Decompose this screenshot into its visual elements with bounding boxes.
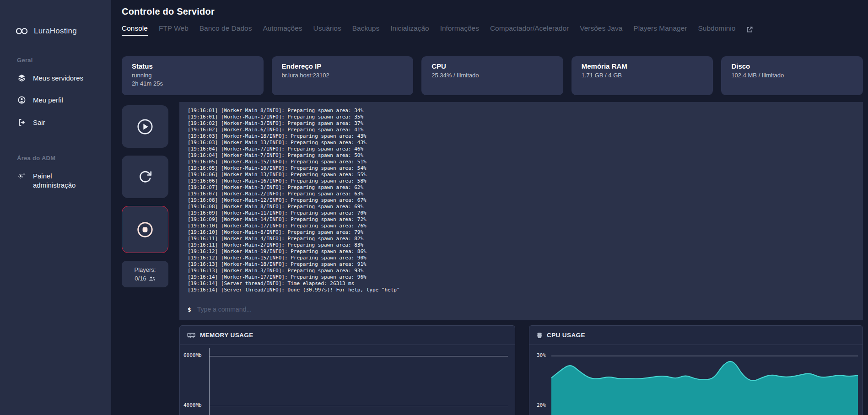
- brand[interactable]: LuraHosting: [0, 0, 111, 36]
- sidebar-item-label: Meu perfil: [33, 96, 63, 105]
- memory-usage-header: MEMORY USAGE: [180, 326, 515, 345]
- sidebar-nav: GeralMeus servidoresMeu perfilSairÁrea d…: [0, 57, 111, 196]
- infinity-logo-icon: [16, 27, 28, 35]
- sidebar-item-label: Painel administração: [33, 172, 88, 190]
- console-log[interactable]: [19:16:01] [Worker-Main-8/INFO]: Prepari…: [179, 102, 863, 303]
- server-controls: Players:0/16: [122, 102, 168, 320]
- external-link-icon[interactable]: [746, 26, 753, 36]
- stat-card-title: Memória RAM: [582, 62, 703, 70]
- cpu-chip-icon: [537, 332, 542, 339]
- tab-subdominio[interactable]: Subdominio: [698, 24, 735, 36]
- sidebar-item-sair[interactable]: Sair: [0, 112, 111, 134]
- players-label: Players:: [135, 265, 156, 275]
- app-root: LuraHosting GeralMeus servidoresMeu perf…: [0, 0, 868, 415]
- layers-icon: [17, 74, 26, 82]
- command-row: $: [179, 303, 863, 320]
- sidebar-item-painel-administracao[interactable]: Painel administração: [0, 165, 111, 197]
- stat-card-memoria-ram: Memória RAM1.71 GB / 4 GB: [571, 56, 713, 95]
- restart-icon: [138, 170, 152, 184]
- stat-card-endereco-ip: Endereço IPbr.lura.host:23102: [272, 56, 414, 95]
- play-icon: [136, 118, 154, 135]
- tab-automacoes[interactable]: Automações: [263, 24, 302, 36]
- tab-console[interactable]: Console: [122, 24, 148, 36]
- y-tick: 6000Mb: [183, 352, 202, 358]
- stop-icon: [136, 221, 154, 238]
- tab-informacoes[interactable]: Informações: [440, 24, 479, 36]
- stat-card-value: 102.4 MB / Ilimitado: [731, 71, 853, 80]
- sidebar-section-label: Geral: [0, 57, 111, 64]
- tab-bar: ConsoleFTP WebBanco de DadosAutomaçõesUs…: [122, 23, 863, 36]
- main-content: Controle do Servidor ConsoleFTP WebBanco…: [111, 0, 868, 415]
- sidebar-item-label: Meus servidores: [33, 74, 83, 83]
- chart-title: MEMORY USAGE: [200, 332, 253, 339]
- sidebar-section-area-do-adm: Área do ADMPainel administração: [0, 155, 111, 197]
- stat-card-title: CPU: [431, 62, 553, 70]
- tab-usuarios[interactable]: Usuários: [313, 24, 341, 36]
- tab-backups[interactable]: Backups: [352, 24, 379, 36]
- chart-title: CPU USAGE: [547, 332, 585, 339]
- users-icon: [149, 276, 156, 281]
- y-tick: 30%: [537, 352, 546, 358]
- stat-card-value: 1.71 GB / 4 GB: [582, 71, 703, 80]
- brand-name: LuraHosting: [34, 27, 77, 36]
- stat-card-value: 25.34% / Ilimitado: [431, 71, 553, 80]
- players-count-box: Players:0/16: [122, 261, 168, 287]
- stat-card-cpu: CPU25.34% / Ilimitado: [421, 56, 563, 95]
- gridline-6000: [209, 356, 508, 356]
- cpu-usage-header: CPU USAGE: [529, 326, 863, 345]
- stat-cards-row: Statusrunning2h 41m 25sEndereço IPbr.lur…: [122, 56, 863, 95]
- sidebar-section-geral: GeralMeus servidoresMeu perfilSair: [0, 57, 111, 134]
- memory-usage-plot: 6000Mb 4000Mb: [180, 345, 515, 415]
- restart-button[interactable]: [122, 156, 168, 198]
- y-tick: 20%: [537, 402, 546, 408]
- sidebar-item-meus-servidores[interactable]: Meus servidores: [0, 67, 111, 89]
- tab-players-manager[interactable]: Players Manager: [633, 24, 687, 36]
- start-button[interactable]: [122, 105, 168, 148]
- console-log-text: [19:16:01] [Worker-Main-8/INFO]: Prepari…: [179, 102, 863, 293]
- memory-usage-card: MEMORY USAGE 6000Mb 4000Mb: [179, 325, 515, 415]
- y-tick: 4000Mb: [183, 402, 202, 408]
- gears-icon: [17, 172, 26, 180]
- console-panel: [19:16:01] [Worker-Main-8/INFO]: Prepari…: [179, 102, 863, 320]
- stat-card-title: Disco: [731, 62, 853, 70]
- sidebar-item-label: Sair: [33, 118, 45, 127]
- stat-card-title: Endereço IP: [282, 62, 404, 70]
- tab-compactador-acelerador[interactable]: Compactador/Acelerador: [490, 24, 569, 36]
- command-prompt: $: [188, 306, 191, 313]
- signout-icon: [17, 119, 26, 126]
- command-input[interactable]: [197, 306, 855, 313]
- stop-button[interactable]: [122, 206, 168, 253]
- stat-card-value: br.lura.host:23102: [282, 71, 404, 80]
- tab-versoes-java[interactable]: Versões Java: [580, 24, 622, 36]
- y-axis-line: [209, 348, 210, 415]
- sidebar-section-label: Área do ADM: [0, 155, 111, 162]
- sidebar: LuraHosting GeralMeus servidoresMeu perf…: [0, 0, 111, 415]
- cpu-usage-card: CPU USAGE 30% 20%: [529, 325, 863, 415]
- players-value: 0/16: [135, 274, 146, 283]
- stat-card-title: Status: [132, 62, 253, 70]
- cpu-area-chart: [551, 345, 858, 415]
- gridline-4000: [209, 406, 508, 406]
- stat-card-value: 2h 41m 25s: [132, 80, 253, 88]
- ram-icon: [187, 332, 195, 339]
- sidebar-item-meu-perfil[interactable]: Meu perfil: [0, 89, 111, 111]
- tab-inicializacao[interactable]: Inicialização: [390, 24, 429, 36]
- stat-card-value: running: [132, 71, 253, 80]
- console-section: Players:0/16 [19:16:01] [Worker-Main-8/I…: [122, 102, 863, 320]
- charts-row: MEMORY USAGE 6000Mb 4000Mb CPU USAGE 30%: [179, 325, 863, 415]
- stat-card-status: Statusrunning2h 41m 25s: [122, 56, 264, 95]
- stat-card-disco: Disco102.4 MB / Ilimitado: [721, 56, 863, 95]
- tab-ftp-web[interactable]: FTP Web: [159, 24, 189, 36]
- page-title: Controle do Servidor: [122, 6, 863, 17]
- tab-banco-de-dados[interactable]: Banco de Dados: [199, 24, 252, 36]
- user-icon: [17, 96, 26, 104]
- cpu-usage-plot: 30% 20%: [529, 345, 863, 415]
